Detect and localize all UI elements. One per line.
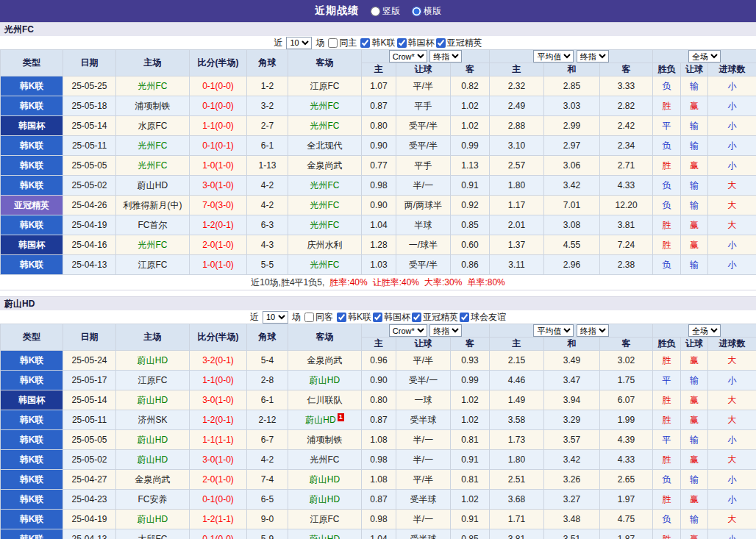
- avg-draw-cell: 3.48: [544, 510, 600, 529]
- same-venue-checkbox-input[interactable]: [304, 313, 314, 322]
- league-checkbox-input[interactable]: [436, 38, 446, 48]
- avg-select[interactable]: 平均值: [533, 324, 574, 337]
- avg-home-cell: 2.15: [490, 351, 544, 371]
- away-team-cell: 光州FC: [288, 116, 362, 136]
- handicap-result-cell: 输: [681, 116, 708, 136]
- league-filter-checkbox[interactable]: 球会友谊: [460, 311, 506, 324]
- layout-option-horizontal[interactable]: 横版: [412, 5, 441, 18]
- goals-result-cell: 小: [708, 371, 756, 390]
- league-checkbox-input[interactable]: [397, 38, 407, 48]
- match-row: 韩K联 25-04-13 江原FC 1-0(1-0) 5-5 光州FC 1.03…: [1, 255, 756, 275]
- avg-away-cell: 1.97: [600, 490, 653, 510]
- vertical-radio[interactable]: [371, 7, 380, 16]
- match-count-select[interactable]: 10: [286, 37, 312, 49]
- avg-group-header: 平均值 终指: [490, 50, 653, 63]
- horizontal-radio[interactable]: [412, 7, 421, 16]
- layout-option-vertical[interactable]: 竖版: [371, 5, 400, 18]
- col-type: 类型: [1, 50, 63, 76]
- odds-home-cell: 0.98: [362, 176, 396, 196]
- match-row: 韩K联 25-04-13 大邱FC 0-1(0-0) 5-9 蔚山HD 1.04…: [1, 529, 756, 539]
- avg-away-cell: 2.42: [600, 116, 653, 136]
- league-checkbox-input[interactable]: [460, 313, 469, 322]
- league-checkbox-input[interactable]: [360, 38, 370, 48]
- avg-draw-cell: 3.42: [544, 176, 600, 196]
- scope-select[interactable]: 全场: [688, 324, 721, 337]
- handicap-result-cell: 输: [681, 136, 708, 156]
- odds-handicap-cell: 平手: [396, 156, 451, 176]
- goals-result-cell: 小: [708, 235, 756, 255]
- goals-result-cell: 大: [708, 410, 756, 430]
- same-venue-checkbox[interactable]: 同客: [304, 311, 333, 324]
- corner-cell: 4-2: [247, 450, 288, 470]
- corner-cell: 3-2: [247, 96, 288, 116]
- page-title: 近期战绩: [315, 4, 359, 18]
- team-name: 光州FC: [4, 24, 34, 36]
- corner-cell: 6-3: [247, 215, 288, 235]
- home-team-cell: 光州FC: [116, 235, 190, 255]
- match-row: 韩K联 25-05-05 光州FC 1-0(1-0) 1-13 金泉尚武 0.7…: [1, 156, 756, 176]
- home-team-cell: 利雅得新月(中): [116, 196, 190, 215]
- league-type-cell: 韩K联: [1, 176, 63, 196]
- same-venue-checkbox-input[interactable]: [328, 38, 338, 48]
- league-filter-checkbox[interactable]: 韩K联: [337, 311, 371, 324]
- league-type-cell: 韩国杯: [1, 390, 63, 410]
- league-checkbox-input[interactable]: [412, 313, 421, 322]
- match-row: 韩国杯 25-04-16 光州FC 2-0(1-0) 4-3 庆州水利 1.28…: [1, 235, 756, 255]
- section-gwangju: 光州FC 近 10 场 同主 韩K联韩国杯亚冠精英 类型 日期 主场 比分(半场…: [0, 22, 756, 290]
- league-filter-checkbox[interactable]: 韩国杯: [373, 311, 410, 324]
- match-row: 韩K联 25-04-19 FC首尔 1-2(0-1) 6-3 光州FC 1.04…: [1, 215, 756, 235]
- same-venue-checkbox[interactable]: 同主: [328, 37, 357, 49]
- handicap-result-cell: 赢: [681, 390, 708, 410]
- match-count-select[interactable]: 10: [263, 311, 288, 324]
- avg-home-cell: 2.49: [490, 96, 544, 116]
- handicap-result-cell: 赢: [681, 351, 708, 371]
- home-team-cell: FC安养: [116, 490, 190, 510]
- odds-home-cell: 0.80: [362, 116, 396, 136]
- same-venue-label: 同主: [339, 37, 357, 49]
- match-row: 韩K联 25-04-27 金泉尚武 2-0(1-0) 7-4 蔚山HD 1.08…: [1, 470, 756, 490]
- home-team-cell: 大邱FC: [116, 529, 190, 539]
- results-tbody: 韩K联 25-05-24 蔚山HD 3-2(0-1) 5-4 金泉尚武 0.96…: [1, 351, 756, 539]
- summary-handicap-rate: 让胜率:40%: [373, 276, 419, 289]
- league-filter-checkbox[interactable]: 亚冠精英: [436, 37, 482, 49]
- avg-time-select[interactable]: 终指: [577, 324, 609, 337]
- match-row: 韩K联 25-04-23 FC安养 0-1(0-0) 6-5 蔚山HD 0.87…: [1, 490, 756, 510]
- league-checkbox-input[interactable]: [373, 313, 382, 322]
- match-row: 韩K联 25-05-02 蔚山HD 3-0(1-0) 4-2 光州FC 0.98…: [1, 176, 756, 196]
- summary-lead: 近10场,胜4平1负5,: [251, 276, 324, 289]
- scope-select[interactable]: 全场: [688, 50, 721, 63]
- league-filter-checkbox[interactable]: 韩国杯: [397, 37, 435, 49]
- match-row: 韩K联 25-05-11 济州SK 1-2(0-1) 2-12 蔚山HD1 0.…: [1, 410, 756, 430]
- home-team-cell: FC首尔: [116, 215, 190, 235]
- league-checkbox-label: 韩国杯: [408, 37, 435, 49]
- avg-select[interactable]: 平均值: [533, 50, 574, 63]
- handicap-result-cell: 输: [681, 371, 708, 390]
- bookmaker-select[interactable]: Crow*: [389, 324, 427, 337]
- league-filter-checkbox[interactable]: 亚冠精英: [412, 311, 458, 324]
- goals-result-cell: 小: [708, 470, 756, 490]
- col-date: 日期: [63, 324, 116, 351]
- match-row: 韩K联 25-05-11 光州FC 0-1(0-1) 6-1 全北现代 0.90…: [1, 136, 756, 156]
- bookmaker-select[interactable]: Crow*: [389, 50, 427, 63]
- handicap-result-cell: 赢: [681, 410, 708, 430]
- odds-time-select[interactable]: 终指: [429, 50, 462, 63]
- col-corner: 角球: [247, 50, 288, 76]
- odds-handicap-cell: 一球: [396, 390, 451, 410]
- date-cell: 25-05-02: [63, 450, 116, 470]
- match-row: 韩K联 25-05-24 蔚山HD 3-2(0-1) 5-4 金泉尚武 0.96…: [1, 351, 756, 371]
- odds-handicap-cell: 一/球半: [396, 235, 451, 255]
- odds-home-cell: 0.90: [362, 371, 396, 390]
- result-cell: 负: [653, 470, 681, 490]
- avg-away-cell: 3.02: [600, 351, 653, 371]
- odds-home-cell: 0.90: [362, 136, 396, 156]
- odds-away-cell: 1.02: [451, 116, 490, 136]
- date-cell: 25-04-19: [63, 215, 116, 235]
- col-result: 胜负: [653, 338, 681, 351]
- odds-time-select[interactable]: 终指: [429, 324, 462, 337]
- col-result: 胜负: [653, 63, 681, 76]
- avg-home-cell: 3.58: [490, 410, 544, 430]
- league-checkbox-input[interactable]: [337, 313, 346, 322]
- avg-draw-cell: 4.55: [544, 235, 600, 255]
- avg-time-select[interactable]: 终指: [577, 50, 609, 63]
- league-filter-checkbox[interactable]: 韩K联: [360, 37, 395, 49]
